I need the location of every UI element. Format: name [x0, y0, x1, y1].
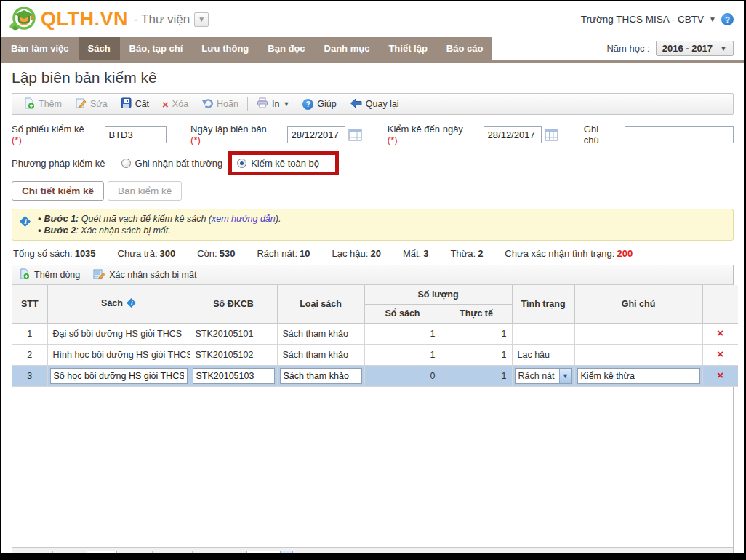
cell-so-sach: 0 — [364, 365, 441, 386]
page-size-select[interactable]: 50 ▼ — [246, 551, 293, 560]
row-note-input[interactable] — [577, 368, 700, 384]
cell-sach: Hình học bồi dưỡng HS giỏi THCS — [47, 344, 190, 365]
nav-ban-lam-viec[interactable]: Bàn làm việc — [1, 37, 79, 60]
app-window: QLTH.VN - Thư viện ▼ Trường THCS MISA - … — [0, 0, 746, 560]
add-button[interactable]: Thêm — [17, 94, 68, 114]
page-title: Lập biên bản kiểm kê — [12, 69, 734, 87]
cell-so-sach: 1 — [364, 344, 441, 365]
confirm-lost-button[interactable]: Xác nhận sách bị mất — [93, 268, 196, 282]
printer-icon — [257, 97, 268, 111]
cell-loai: Sách tham khảo — [277, 323, 364, 344]
voucher-no-label: Số phiếu kiểm kê (*) — [12, 124, 96, 145]
nav-sach[interactable]: Sách — [79, 37, 120, 60]
calendar-icon[interactable] — [544, 127, 560, 143]
help-button[interactable]: ? Giúp — [296, 94, 342, 114]
toolbar-separator — [247, 97, 248, 111]
delete-row-icon[interactable]: × — [717, 349, 723, 359]
first-page-icon[interactable] — [18, 551, 33, 560]
note-label: Ghi chú — [584, 124, 616, 145]
back-arrow-icon — [350, 98, 362, 111]
delete-row-icon[interactable]: × — [717, 328, 723, 338]
cell-sach: Đại số bồi dưỡng HS giỏi THCS — [47, 323, 190, 344]
stat-chua-tra: Chưa trả:300 — [118, 248, 176, 259]
help-icon[interactable]: ? — [721, 13, 734, 25]
chevron-down-icon: ▼ — [720, 44, 727, 52]
table-row[interactable]: 2 Hình học bồi dưỡng HS giỏi THCS STK201… — [12, 344, 738, 365]
module-dropdown-icon[interactable]: ▼ — [194, 12, 209, 27]
tab-chi-tiet-kiem-ke[interactable]: Chi tiết kiểm kê — [12, 181, 104, 201]
prev-page-icon[interactable] — [33, 551, 47, 560]
cell-dkcb: STK20105102 — [190, 344, 277, 365]
cell-tinh-trang — [512, 323, 574, 344]
col-stt: STT — [12, 285, 47, 323]
nav-ban-doc[interactable]: Bạn đọc — [258, 37, 314, 60]
stat-con: Còn:530 — [197, 248, 235, 259]
pagination-bar: Trang trên 2 Số bản ghi 50 ▼ Hiển thị 1 … — [12, 547, 733, 560]
inventory-date-input[interactable] — [484, 126, 542, 143]
back-button[interactable]: Quay lại — [343, 94, 406, 114]
chevron-down-icon: ▼ — [280, 551, 292, 560]
add-row-button[interactable]: Thêm dòng — [19, 268, 80, 281]
nav-tabs: Bàn làm việc Sách Báo, tạp chí Lưu thông… — [1, 37, 492, 60]
next-page-icon[interactable] — [158, 551, 172, 560]
chevron-down-icon[interactable]: ▼ — [559, 369, 571, 383]
page-number-input[interactable] — [87, 551, 117, 560]
nav-danh-muc[interactable]: Danh mục — [315, 37, 380, 60]
print-button[interactable]: In ▼ — [250, 94, 296, 114]
create-date-input[interactable] — [287, 126, 345, 143]
main-nav: Bàn làm việc Sách Báo, tạp chí Lưu thông… — [1, 37, 744, 60]
book-name-input[interactable] — [50, 368, 188, 384]
guide-link[interactable]: xem hướng dẫn — [212, 214, 276, 224]
save-button[interactable]: Cất — [114, 94, 156, 114]
logo-text: QLTH.VN — [41, 8, 128, 31]
stat-lac-hau: Lạc hậu:20 — [332, 248, 381, 259]
table-row[interactable]: 1 Đại số bồi dưỡng HS giỏi THCS STK20105… — [12, 323, 738, 344]
cell-stt: 3 — [12, 365, 47, 386]
col-actions — [702, 285, 738, 323]
stat-total: Tổng số sách:1035 — [13, 248, 96, 259]
voucher-no-input[interactable] — [105, 126, 167, 143]
add-doc-icon — [23, 97, 35, 111]
delete-row-icon[interactable]: × — [717, 370, 723, 380]
tab-ban-kiem-ke[interactable]: Ban kiểm kê — [108, 181, 182, 201]
nav-bao-tap-chi[interactable]: Báo, tạp chí — [120, 37, 193, 60]
info-box: i •Bước 1: Quét mã vạch để kiểm kê sách … — [12, 209, 734, 241]
last-page-icon[interactable] — [172, 551, 187, 560]
cell-loai: Sách tham khảo — [277, 344, 364, 365]
col-dkcb: Số ĐKCB — [190, 285, 277, 323]
undo-arrow-icon — [201, 98, 213, 111]
radio-ghi-nhan-bat-thuong[interactable]: Ghi nhận bất thường — [121, 158, 223, 169]
table-row-editing[interactable]: 3 0 1 Rách nát ▼ × — [12, 365, 738, 386]
note-input[interactable] — [625, 126, 734, 143]
dkcb-input[interactable] — [193, 368, 275, 384]
radio-checked-icon — [237, 159, 246, 168]
toolbar: Thêm Sửa Cất × Xóa Hoãn In ▼ — [12, 93, 734, 115]
undo-button[interactable]: Hoãn — [195, 94, 245, 114]
col-so-sach: Sổ sách — [364, 304, 441, 323]
calendar-icon[interactable] — [348, 127, 364, 143]
account-name[interactable]: Trường THCS MISA - CBTV — [581, 14, 704, 25]
stat-chua-xac-nhan: Chưa xác nhận tình trạng:200 — [505, 248, 633, 259]
annotation-highlight-box: Kiểm kê toàn bộ — [228, 151, 339, 175]
col-ghi-chu: Ghi chú — [574, 285, 702, 323]
info-step-1: •Bước 1: Quét mã vạch để kiểm kê sách (x… — [38, 213, 281, 225]
module-label: - Thư viện — [134, 12, 190, 27]
condition-select[interactable]: Rách nát ▼ — [515, 368, 572, 384]
account-caret-icon[interactable]: ▼ — [709, 15, 716, 23]
edit-button[interactable]: Sửa — [68, 94, 114, 114]
book-type-input[interactable] — [280, 368, 362, 384]
cell-so-sach: 1 — [364, 323, 441, 344]
nav-thiet-lap[interactable]: Thiết lập — [379, 37, 436, 60]
col-loai-sach: Loại sách — [277, 285, 364, 323]
delete-button[interactable]: × Xóa — [156, 94, 195, 114]
detail-tabs: Chi tiết kiểm kê Ban kiểm kê — [12, 181, 734, 201]
school-year-select[interactable]: 2016 - 2017 ▼ — [656, 41, 734, 56]
cell-thuc-te: 1 — [441, 323, 512, 344]
checklist-pencil-icon — [93, 268, 105, 282]
info-steps: •Bước 1: Quét mã vạch để kiểm kê sách (x… — [38, 213, 281, 236]
cell-ghi-chu — [574, 344, 702, 365]
save-icon — [121, 97, 132, 111]
nav-luu-thong[interactable]: Lưu thông — [192, 37, 258, 60]
radio-kiem-ke-toan-bo[interactable]: Kiểm kê toàn bộ — [237, 158, 319, 169]
nav-bao-cao[interactable]: Báo cáo — [437, 37, 493, 60]
